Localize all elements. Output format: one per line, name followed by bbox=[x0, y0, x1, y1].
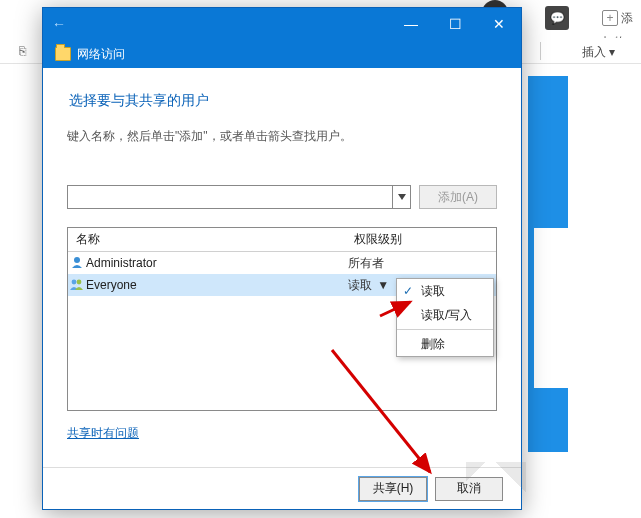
menu-separator bbox=[397, 329, 493, 330]
troubleshoot-link[interactable]: 共享时有问题 bbox=[67, 425, 139, 442]
maximize-button[interactable]: ☐ bbox=[433, 8, 477, 40]
svg-point-3 bbox=[77, 279, 82, 284]
titlebar: ← — ☐ ✕ bbox=[43, 8, 521, 40]
menu-item-label: 读取 bbox=[421, 283, 445, 300]
chevron-down-icon bbox=[398, 194, 406, 200]
share-button[interactable]: 共享(H) bbox=[359, 477, 427, 501]
insert-dropdown[interactable]: 插入 ▾ bbox=[582, 44, 615, 61]
row-name: Everyone bbox=[86, 278, 348, 292]
user-combo[interactable] bbox=[67, 185, 411, 209]
svg-point-1 bbox=[74, 257, 80, 263]
list-header: 名称 权限级别 bbox=[68, 228, 496, 252]
watermark bbox=[466, 462, 526, 502]
format-painter-icon[interactable]: ⎘ bbox=[12, 41, 32, 61]
menu-item-label: 删除 bbox=[421, 336, 445, 353]
menu-item-delete[interactable]: 删除 bbox=[397, 332, 493, 356]
column-name[interactable]: 名称 bbox=[68, 231, 348, 248]
add-button: 添加(A) bbox=[419, 185, 497, 209]
check-icon: ✓ bbox=[403, 284, 413, 298]
network-access-dialog: ← — ☐ ✕ 网络访问 选择要与其共享的用户 键入名称，然后单击"添加"，或者… bbox=[42, 7, 522, 510]
user-input[interactable] bbox=[68, 186, 392, 208]
permission-context-menu: ✓读取读取/写入 删除 bbox=[396, 278, 494, 357]
svg-point-2 bbox=[72, 279, 77, 284]
column-permission[interactable]: 权限级别 bbox=[348, 231, 496, 248]
section-heading: 选择要与其共享的用户 bbox=[69, 92, 497, 110]
minimize-button[interactable]: — bbox=[389, 8, 433, 40]
list-row[interactable]: Administrator所有者 bbox=[68, 252, 496, 274]
instruction-text: 键入名称，然后单击"添加"，或者单击箭头查找用户。 bbox=[67, 128, 497, 145]
header-bar: 网络访问 bbox=[43, 40, 521, 68]
row-name: Administrator bbox=[86, 256, 348, 270]
combo-dropdown-button[interactable] bbox=[392, 186, 410, 208]
chat-icon: 💬 bbox=[545, 6, 569, 30]
row-permission: 所有者 bbox=[348, 255, 496, 272]
menu-item[interactable]: 读取/写入 bbox=[397, 303, 493, 327]
user-icon bbox=[68, 256, 86, 271]
background-side-panel bbox=[528, 76, 568, 452]
menu-item[interactable]: ✓读取 bbox=[397, 279, 493, 303]
dialog-footer: 共享(H) 取消 bbox=[43, 467, 521, 509]
menu-item-label: 读取/写入 bbox=[421, 307, 472, 324]
back-button[interactable]: ← bbox=[43, 16, 71, 32]
close-button[interactable]: ✕ bbox=[477, 8, 521, 40]
svg-marker-0 bbox=[398, 194, 406, 200]
group-icon bbox=[68, 278, 86, 293]
folder-icon bbox=[55, 47, 71, 61]
dialog-title: 网络访问 bbox=[77, 46, 125, 63]
